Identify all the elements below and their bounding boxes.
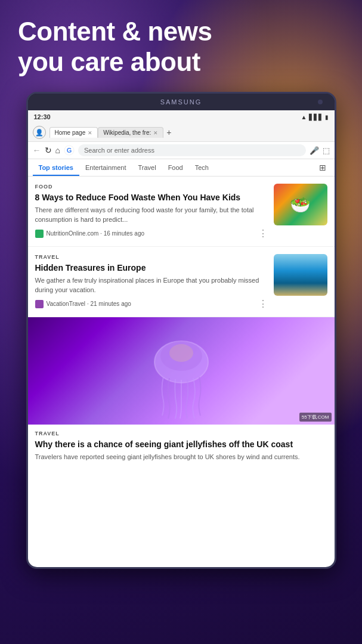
article-food-waste-title[interactable]: 8 Ways to Reduce Food Waste When You Hav… — [35, 192, 268, 203]
article-food-waste-source: NutritionOnline.com · 16 minutes ago — [47, 230, 255, 237]
headline-line1: Content & news — [18, 17, 212, 46]
food-thumbnail-image — [274, 184, 327, 225]
nutrition-source-logo — [35, 230, 44, 238]
browser-tab-bar: 👤 Home page ✕ Wikipedia, the fre: ✕ + — [28, 123, 335, 142]
vacation-source-logo — [35, 300, 44, 308]
home-button[interactable]: ⌂ — [55, 145, 60, 155]
tab-food[interactable]: Food — [162, 159, 189, 176]
header-section: Content & news you care about — [0, 0, 362, 89]
content-area: FOOD 8 Ways to Reduce Food Waste When Yo… — [28, 177, 335, 556]
article-europe-text: TRAVEL Hidden Treasures in Europe We gat… — [35, 254, 268, 309]
article-europe-desc: We gather a few truly inspirational plac… — [35, 276, 268, 295]
mic-icon[interactable]: 🎤 — [310, 146, 319, 155]
article-jellyfish-title[interactable]: Why there is a chance of seeing giant je… — [35, 439, 327, 450]
refresh-button[interactable]: ↻ — [45, 145, 52, 155]
article-jellyfish-category: TRAVEL — [35, 431, 327, 436]
phone-frame: SAMSUNG 12:30 ▲ ▋▋▋ ▮ 👤 Home — [26, 92, 336, 569]
svg-text:G: G — [67, 147, 72, 154]
tab-homepage-close[interactable]: ✕ — [88, 130, 92, 136]
svg-point-4 — [169, 344, 193, 362]
tab-wikipedia-label: Wikipedia, the fre: — [103, 129, 151, 136]
article-europe-title[interactable]: Hidden Treasures in Europe — [35, 262, 268, 273]
tab-travel[interactable]: Travel — [132, 159, 162, 176]
signal-icon: ▋▋▋ — [309, 114, 323, 120]
tab-wikipedia[interactable]: Wikipedia, the fre: ✕ — [98, 127, 163, 138]
address-placeholder: Search or enter address — [84, 147, 154, 154]
phone-container: SAMSUNG 12:30 ▲ ▋▋▋ ▮ 👤 Home — [0, 92, 362, 569]
article-food-waste-meta: NutritionOnline.com · 16 minutes ago ⋮ — [35, 228, 268, 239]
watermark: 55下载.COM — [299, 413, 332, 422]
article-europe-source: VacationTravel · 21 minutes ago — [47, 301, 255, 307]
address-bar-row: ← ↻ ⌂ G Search or enter address 🎤 ⬚ — [28, 142, 335, 159]
article-food-waste-thumb — [274, 184, 327, 225]
content-nav-tabs: Top stories Entertainment Travel Food Te… — [28, 159, 335, 177]
new-tab-button[interactable]: + — [163, 128, 174, 137]
status-time: 12:30 — [34, 113, 51, 120]
article-jellyfish: 55下载.COM TRAVEL Why there is a chance of… — [28, 317, 335, 472]
samsung-brand: SAMSUNG — [160, 98, 202, 106]
battery-icon: ▮ — [325, 114, 329, 120]
jellyfish-image-container: 55下载.COM — [28, 317, 335, 425]
status-icons: ▲ ▋▋▋ ▮ — [301, 114, 329, 120]
address-input[interactable]: Search or enter address — [78, 144, 306, 156]
profile-icon: 👤 — [35, 129, 44, 137]
article-europe-treasures: TRAVEL Hidden Treasures in Europe We gat… — [28, 247, 335, 317]
travel-thumbnail-image — [274, 254, 327, 296]
jellyfish-svg — [134, 323, 229, 419]
tab-tech[interactable]: Tech — [189, 159, 215, 176]
wifi-icon: ▲ — [301, 114, 307, 120]
tab-top-stories[interactable]: Top stories — [33, 159, 79, 176]
tab-entertainment[interactable]: Entertainment — [79, 159, 132, 176]
phone-screen: 12:30 ▲ ▋▋▋ ▮ 👤 Home page ✕ — [28, 110, 335, 567]
article-jellyfish-content: TRAVEL Why there is a chance of seeing g… — [28, 425, 335, 472]
tab-wikipedia-close[interactable]: ✕ — [153, 130, 158, 136]
headline-line2: you care about — [18, 47, 200, 76]
tab-homepage[interactable]: Home page ✕ — [49, 127, 98, 138]
grid-options-icon[interactable]: ⊞ — [315, 159, 330, 176]
headline: Content & news you care about — [18, 17, 344, 77]
article-europe-more-button[interactable]: ⋮ — [258, 298, 268, 309]
article-europe-meta: VacationTravel · 21 minutes ago ⋮ — [35, 298, 268, 309]
profile-button[interactable]: 👤 — [33, 126, 46, 139]
jellyfish-thumbnail: 55下载.COM — [28, 317, 335, 425]
article-food-waste: FOOD 8 Ways to Reduce Food Waste When Yo… — [28, 177, 335, 247]
article-europe-thumb — [274, 254, 327, 296]
phone-top-bar: SAMSUNG — [28, 94, 335, 110]
status-bar: 12:30 ▲ ▋▋▋ ▮ — [28, 110, 335, 123]
article-jellyfish-desc: Travelers have reported seeing giant jel… — [35, 453, 327, 462]
browser-tabs-row: Home page ✕ Wikipedia, the fre: ✕ + — [49, 127, 330, 138]
article-food-more-button[interactable]: ⋮ — [258, 228, 268, 239]
article-europe-category: TRAVEL — [35, 254, 268, 260]
article-food-waste-desc: There are different ways of reducing foo… — [35, 206, 268, 224]
back-button[interactable]: ← — [33, 145, 41, 155]
google-logo: G — [64, 145, 75, 156]
article-food-waste-category: FOOD — [35, 184, 268, 190]
tabs-overview-icon[interactable]: ⬚ — [323, 146, 330, 155]
phone-camera — [318, 100, 323, 104]
article-food-waste-text: FOOD 8 Ways to Reduce Food Waste When Yo… — [35, 184, 268, 239]
tab-homepage-label: Home page — [55, 129, 86, 136]
